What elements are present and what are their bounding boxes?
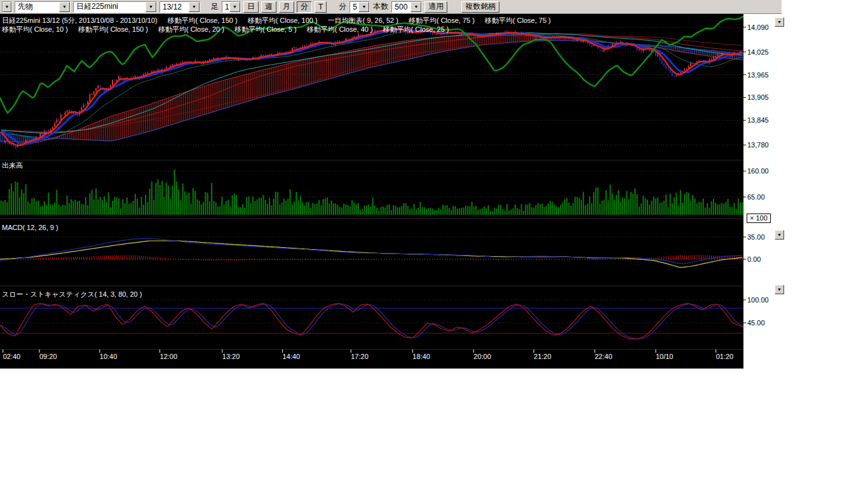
stoch-panel-label: スロー・ストキャスティクス( 14, 3, 80, 20 ) (2, 290, 142, 299)
chart-canvas[interactable]: 02:4009:2010:4012:0013:2014:4017:2018:40… (0, 14, 782, 369)
multi-symbol-button[interactable]: 複数銘柄 (461, 1, 499, 13)
svg-text:35.00: 35.00 (747, 233, 765, 241)
svg-text:20:00: 20:00 (473, 353, 491, 360)
stoch-panel-dropdown-button[interactable]: ▼ (775, 285, 784, 294)
svg-text:10:40: 10:40 (100, 353, 118, 360)
chart-header-line1: 日経225mini 13/12 (5分, 2013/10/08 - 2013/1… (2, 17, 551, 25)
contract-month-value: 13/12 (160, 2, 189, 12)
bars-value: 500 (392, 2, 410, 12)
chevron-down-icon: ▼ (146, 2, 156, 12)
svg-text:45.00: 45.00 (747, 319, 765, 327)
svg-text:09:20: 09:20 (39, 353, 57, 360)
volume-multiplier-badge: × 100 (747, 214, 771, 223)
chevron-down-icon: ▼ (189, 2, 200, 12)
minute-label: 分 (338, 1, 347, 12)
indicator-label: 移動平均( Close, 20 ) (158, 25, 224, 34)
instrument-type-value: 先物 (15, 2, 59, 12)
svg-text:13,965: 13,965 (747, 71, 769, 79)
minute-value-input[interactable]: 5 ▼ (349, 1, 370, 13)
indicator-label: 移動平均( Close, 75 ) (409, 17, 475, 25)
svg-text:13,905: 13,905 (747, 93, 769, 101)
svg-text:0.00: 0.00 (747, 255, 761, 263)
market-selector-dropdown[interactable]: ▼ (2, 1, 12, 13)
chevron-down-icon: ▼ (777, 20, 782, 24)
chevron-down-icon: ▼ (59, 2, 70, 12)
svg-text:10/10: 10/10 (656, 353, 674, 360)
interval-value: 1 (222, 2, 229, 12)
chevron-down-icon: ▼ (3, 2, 11, 12)
instrument-type-dropdown[interactable]: 先物 ▼ (15, 1, 71, 13)
symbol-value: 日経225mini (74, 2, 146, 12)
chevron-down-icon: ▼ (358, 2, 369, 12)
indicator-label: 移動平均( Close, 100 ) (248, 17, 318, 25)
period-week-button[interactable]: 週 (261, 1, 276, 13)
svg-text:21:20: 21:20 (534, 353, 552, 360)
chart-header-line2: 移動平均( Close, 10 ) 移動平均( Close, 150 ) 移動平… (2, 25, 449, 34)
macd-panel-dropdown-button[interactable]: ▼ (775, 230, 784, 240)
period-tick-button[interactable]: T (315, 1, 327, 13)
chart-title: 日経225mini 13/12 (5分, 2013/10/08 - 2013/1… (2, 17, 158, 25)
svg-text:100.00: 100.00 (747, 296, 769, 304)
svg-text:12:00: 12:00 (160, 353, 178, 360)
svg-text:22:40: 22:40 (595, 353, 613, 360)
bars-label: 本数 (372, 1, 389, 12)
macd-panel-label: MACD( 12, 26, 9 ) (2, 224, 58, 232)
svg-text:14:40: 14:40 (283, 353, 301, 360)
minute-value: 5 (350, 2, 358, 12)
ashi-label: 足 (210, 1, 219, 12)
svg-text:13,845: 13,845 (747, 116, 769, 124)
period-month-button[interactable]: 月 (279, 1, 294, 13)
interval-input[interactable]: 1 ▼ (222, 1, 241, 13)
period-minute-button[interactable]: 分 (297, 1, 312, 13)
chevron-down-icon: ▼ (410, 2, 421, 12)
svg-text:18:40: 18:40 (412, 353, 430, 360)
svg-text:01:20: 01:20 (716, 353, 734, 360)
volume-panel-label: 出来高 (2, 161, 23, 170)
indicator-label: 移動平均( Close, 5 ) (234, 25, 297, 34)
indicator-label: 移動平均( Close, 75 ) (485, 17, 551, 25)
indicator-label: 移動平均( Close, 40 ) (307, 25, 373, 34)
chevron-down-icon: ▼ (777, 233, 782, 237)
svg-text:13:20: 13:20 (222, 353, 240, 360)
svg-text:17:20: 17:20 (351, 353, 369, 360)
price-panel-dropdown-button[interactable]: ▼ (775, 17, 784, 27)
symbol-dropdown[interactable]: 日経225mini ▼ (73, 1, 157, 13)
svg-text:14,090: 14,090 (747, 24, 769, 31)
svg-text:13,780: 13,780 (747, 141, 769, 149)
indicator-label: 移動平均( Close, 150 ) (168, 17, 238, 25)
bars-value-input[interactable]: 500 ▼ (391, 1, 422, 13)
trading-chart-app: ▼ 先物 ▼ 日経225mini ▼ 13/12 ▼ 足 1 ▼ 日 週 月 分… (0, 0, 868, 488)
indicator-label: 一目均衡表( 9, 26, 52 ) (328, 17, 398, 25)
indicator-label: 移動平均( Close, 150 ) (78, 25, 148, 34)
toolbar: ▼ 先物 ▼ 日経225mini ▼ 13/12 ▼ 足 1 ▼ 日 週 月 分… (0, 0, 782, 14)
svg-text:160.00: 160.00 (747, 167, 769, 175)
period-day-button[interactable]: 日 (243, 1, 259, 13)
svg-text:02:40: 02:40 (3, 353, 21, 360)
chevron-down-icon: ▼ (777, 287, 782, 292)
apply-button[interactable]: 適用 (424, 1, 447, 13)
indicator-label: 移動平均( Close, 25 ) (383, 25, 449, 34)
svg-text:14,025: 14,025 (747, 48, 769, 56)
chart-area: 02:4009:2010:4012:0013:2014:4017:2018:40… (0, 14, 782, 369)
svg-text:65.00: 65.00 (747, 193, 765, 201)
indicator-label: 移動平均( Close, 10 ) (2, 25, 68, 34)
contract-month-dropdown[interactable]: 13/12 ▼ (159, 1, 200, 13)
chevron-down-icon: ▼ (229, 2, 240, 12)
